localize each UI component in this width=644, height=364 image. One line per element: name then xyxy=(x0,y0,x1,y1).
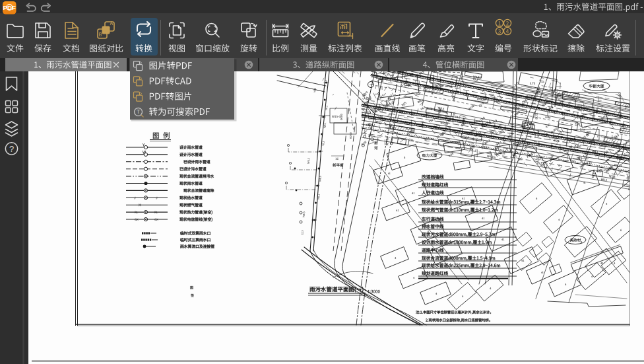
svg-text:T: T xyxy=(137,108,140,115)
svg-text:?: ? xyxy=(9,144,14,154)
